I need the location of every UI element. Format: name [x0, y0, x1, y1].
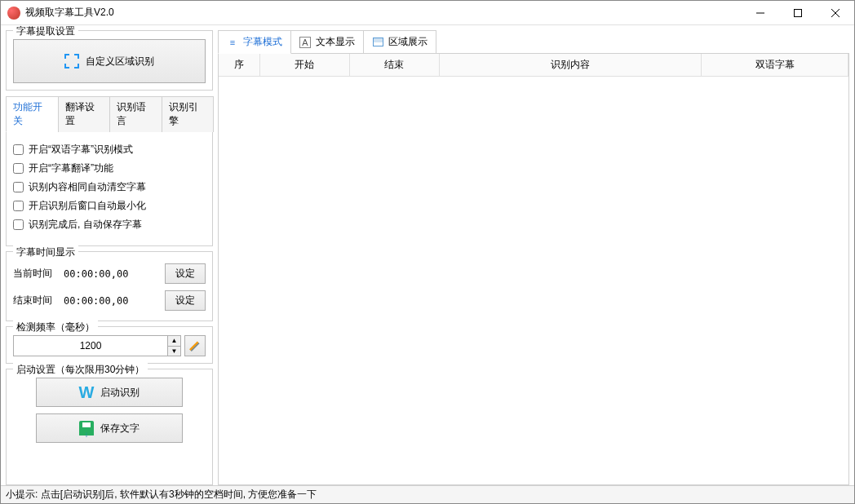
- end-time-value: 00:00:00,00: [64, 295, 157, 307]
- time-display-legend: 字幕时间显示: [13, 245, 78, 259]
- svg-rect-1: [795, 9, 802, 16]
- end-time-row: 结束时间 00:00:00,00 设定: [13, 287, 206, 314]
- checkbox-row-translate[interactable]: 开启“字幕翻译”功能: [13, 159, 206, 178]
- set-end-button[interactable]: 设定: [165, 290, 206, 311]
- col-index[interactable]: 序: [219, 54, 259, 77]
- maximize-icon: [794, 9, 802, 17]
- frequency-spinner: ▲ ▼: [13, 335, 181, 356]
- titlebar: 视频取字幕工具V2.0: [1, 1, 854, 25]
- status-text: 小提示: 点击[启动识别]后, 软件默认有3秒钟的空档时间, 方便您准备一下: [6, 488, 317, 502]
- checkbox-row-autoclear[interactable]: 识别内容相同自动清空字幕: [13, 178, 206, 197]
- right-tabstrip: ≡ 字幕模式 A 文本显示 区域展示: [218, 30, 849, 54]
- checkbox-autoclear[interactable]: [13, 182, 24, 192]
- right-panel: ≡ 字幕模式 A 文本显示 区域展示 序 开始 结束 识别内容: [218, 30, 849, 485]
- custom-area-button[interactable]: 自定义区域识别: [13, 39, 206, 83]
- end-time-label: 结束时间: [13, 294, 55, 307]
- spinner-up[interactable]: ▲: [168, 336, 180, 347]
- crop-icon: [64, 54, 79, 69]
- tab-recognize-language[interactable]: 识别语言: [109, 96, 162, 132]
- checkbox-row-bilingual[interactable]: 开启“双语字幕”识别模式: [13, 140, 206, 159]
- col-start[interactable]: 开始: [259, 54, 349, 77]
- spinner-down[interactable]: ▼: [168, 347, 180, 356]
- checkbox-label: 识别内容相同自动清空字幕: [29, 180, 146, 194]
- checkbox-row-minimize[interactable]: 开启识别后窗口自动最小化: [13, 197, 206, 215]
- col-end[interactable]: 结束: [349, 54, 439, 77]
- left-panel: 字幕提取设置 自定义区域识别 功能开关 翻译设置 识别语言 识别引擎 开启“双语…: [6, 30, 213, 485]
- current-time-row: 当前时间 00:00:00,00 设定: [13, 260, 206, 287]
- checkbox-label: 开启“字幕翻译”功能: [29, 161, 113, 175]
- settings-tabs: 功能开关 翻译设置 识别语言 识别引擎 开启“双语字幕”识别模式 开启“字幕翻译…: [6, 95, 213, 246]
- settings-tabstrip: 功能开关 翻译设置 识别语言 识别引擎: [6, 95, 213, 132]
- checkbox-translate[interactable]: [13, 163, 24, 174]
- spinner-buttons: ▲ ▼: [167, 336, 180, 356]
- checkbox-autosave[interactable]: [13, 219, 24, 230]
- frequency-legend: 检测频率（毫秒）: [13, 321, 98, 334]
- content-area: 字幕提取设置 自定义区域识别 功能开关 翻译设置 识别语言 识别引擎 开启“双语…: [1, 25, 854, 485]
- col-content[interactable]: 识别内容: [439, 54, 702, 77]
- table-header-row: 序 开始 结束 识别内容 双语字幕: [219, 54, 848, 77]
- app-icon: [7, 7, 20, 20]
- w-icon: W: [79, 383, 95, 402]
- current-time-label: 当前时间: [13, 267, 55, 281]
- results-table: 序 开始 结束 识别内容 双语字幕: [219, 54, 848, 77]
- extract-settings-legend: 字幕提取设置: [13, 25, 78, 38]
- tab-recognize-engine[interactable]: 识别引擎: [162, 96, 215, 132]
- tab-label: 文本显示: [316, 35, 355, 49]
- maximize-button[interactable]: [779, 1, 817, 25]
- checkbox-bilingual[interactable]: [13, 144, 24, 155]
- checkbox-minimize[interactable]: [13, 201, 24, 211]
- col-bilingual[interactable]: 双语字幕: [702, 54, 848, 77]
- frequency-input[interactable]: [14, 336, 167, 356]
- tab-translate-settings[interactable]: 翻译设置: [58, 96, 111, 132]
- start-settings-legend: 启动设置（每次限用30分钟）: [13, 363, 148, 377]
- tab-text-display[interactable]: A 文本显示: [290, 30, 364, 54]
- tab-area-display[interactable]: 区域展示: [363, 30, 436, 54]
- save-text-label: 保存文字: [100, 422, 140, 435]
- set-current-button[interactable]: 设定: [165, 263, 206, 284]
- tab-label: 字幕模式: [243, 35, 282, 49]
- custom-area-label: 自定义区域识别: [86, 55, 154, 69]
- settings-tab-body: 开启“双语字幕”识别模式 开启“字幕翻译”功能 识别内容相同自动清空字幕 开启识…: [6, 132, 213, 246]
- statusbar: 小提示: 点击[启动识别]后, 软件默认有3秒钟的空档时间, 方便您准备一下: [1, 485, 854, 503]
- pencil-icon: [189, 340, 201, 351]
- checkbox-label: 开启“双语字幕”识别模式: [29, 143, 133, 157]
- frequency-edit-button[interactable]: [184, 335, 206, 356]
- frequency-group: 检测频率（毫秒） ▲ ▼: [6, 326, 213, 364]
- save-icon: [79, 421, 94, 435]
- minimize-icon: [756, 9, 764, 17]
- window-title: 视频取字幕工具V2.0: [25, 6, 742, 20]
- minimize-button[interactable]: [742, 1, 779, 25]
- start-buttons-wrap: W 启动识别 保存文字: [13, 378, 206, 443]
- close-button[interactable]: [817, 1, 854, 25]
- start-recognition-button[interactable]: W 启动识别: [36, 378, 183, 407]
- tab-subtitle-mode[interactable]: ≡ 字幕模式: [218, 30, 291, 54]
- frequency-row: ▲ ▼: [13, 335, 206, 356]
- current-time-value: 00:00:00,00: [64, 268, 157, 280]
- list-icon: ≡: [227, 37, 238, 48]
- area-icon: [372, 37, 383, 48]
- start-recognition-label: 启动识别: [100, 386, 140, 400]
- time-display-group: 字幕时间显示 当前时间 00:00:00,00 设定 结束时间 00:00:00…: [6, 251, 213, 321]
- checkbox-row-autosave[interactable]: 识别完成后, 自动保存字幕: [13, 215, 206, 234]
- checkbox-label: 开启识别后窗口自动最小化: [29, 199, 146, 213]
- extract-settings-group: 字幕提取设置 自定义区域识别: [6, 30, 213, 91]
- checkbox-label: 识别完成后, 自动保存字幕: [29, 218, 142, 232]
- results-table-wrap[interactable]: 序 开始 结束 识别内容 双语字幕: [218, 53, 849, 485]
- close-icon: [831, 9, 839, 17]
- tab-function-switch[interactable]: 功能开关: [6, 96, 59, 132]
- tab-label: 区域展示: [388, 35, 428, 49]
- save-text-button[interactable]: 保存文字: [36, 413, 183, 443]
- start-settings-group: 启动设置（每次限用30分钟） W 启动识别 保存文字: [6, 369, 213, 485]
- text-a-icon: A: [299, 37, 311, 48]
